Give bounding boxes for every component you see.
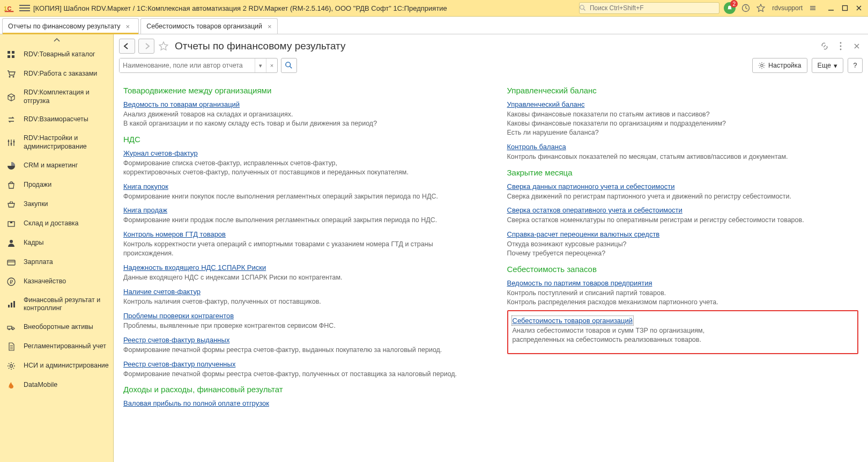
search-button[interactable] <box>281 58 297 73</box>
kebab-icon[interactable] <box>835 40 847 52</box>
sidebar-item[interactable]: Кадры <box>0 233 113 253</box>
global-search-input[interactable] <box>588 4 719 12</box>
sidebar-item[interactable]: RDV:Настройки и администрирование <box>0 129 113 156</box>
window-maximize-icon[interactable] <box>839 3 851 13</box>
report-description: Формирование списка счетов-фактур, испра… <box>123 159 475 177</box>
sidebar-item[interactable]: RDV:Работа с заказами <box>0 64 113 84</box>
username-label[interactable]: rdvsupport <box>772 4 803 12</box>
star-icon[interactable] <box>756 3 766 13</box>
notifications-icon[interactable]: 2 <box>724 2 736 14</box>
tab-cost[interactable]: Себестоимость товаров организаций × <box>140 18 278 34</box>
sidebar-item[interactable]: DataMobile <box>0 376 113 395</box>
report-link[interactable]: Себестоимость товаров организаций <box>513 317 633 325</box>
nav-forward-button[interactable] <box>138 39 154 54</box>
report-link[interactable]: Книга покупок <box>123 182 168 190</box>
report-link[interactable]: Ведомость по партиям товаров предприятия <box>507 279 652 287</box>
sidebar-item[interactable]: Зарплата <box>0 253 113 272</box>
report-link[interactable]: Контроль номеров ГТД товаров <box>123 230 226 238</box>
filter-clear-icon[interactable]: × <box>266 58 277 72</box>
report-description: Анализ движений товаров на складах и орг… <box>123 110 475 128</box>
sidebar-item[interactable]: RDV:Комплектация и отгрузка <box>0 84 113 110</box>
report-description: Формирование книги покупок после выполне… <box>123 192 475 201</box>
sidebar-item[interactable]: Склад и доставка <box>0 214 113 233</box>
sidebar-item[interactable]: RDV:Товарный каталог <box>0 45 113 64</box>
report-link[interactable]: Сверка остатков оперативного учета и себ… <box>507 206 682 214</box>
sidebar-item-label: RDV:Взаиморасчеты <box>24 115 88 124</box>
svg-point-35 <box>761 64 763 67</box>
more-label: Еще <box>818 62 831 69</box>
cart-icon <box>6 69 16 79</box>
panel-close-icon[interactable] <box>851 40 863 52</box>
sidebar-collapse-icon[interactable] <box>0 34 113 45</box>
report-link[interactable]: Сверка данных партионного учета и себест… <box>507 182 675 190</box>
doc-icon <box>6 342 16 351</box>
report-link[interactable]: Журнал счетов-фактур <box>123 149 198 157</box>
svg-rect-7 <box>8 51 10 54</box>
content-scroll[interactable]: Товародвижение между организациямиВедомо… <box>114 77 868 462</box>
tab-reports[interactable]: Отчеты по финансовому результату × <box>2 18 139 34</box>
sidebar-item[interactable]: RDV:Взаиморасчеты <box>0 110 113 129</box>
help-button[interactable]: ? <box>848 58 863 73</box>
link-icon[interactable] <box>819 40 830 52</box>
report-link[interactable]: Управленческий баланс <box>507 100 585 108</box>
group-heading: Товародвижение между организациями <box>123 86 475 95</box>
global-search[interactable] <box>579 2 719 14</box>
report-link[interactable]: Проблемы проверки контрагентов <box>123 312 234 320</box>
history-icon[interactable] <box>741 3 751 13</box>
group-heading: Себестоимость запасов <box>507 265 859 274</box>
report-description: Формирование книги продаж после выполнен… <box>123 216 475 225</box>
sidebar-item-label: Казначейство <box>24 277 66 286</box>
group-heading: Доходы и расходы, финансовый результат <box>123 385 475 394</box>
report-link[interactable]: Ведомость по товарам организаций <box>123 100 240 108</box>
report-link[interactable]: Контроль баланса <box>507 143 566 151</box>
menu-icon[interactable] <box>19 3 30 13</box>
sidebar-item[interactable]: Продажи <box>0 175 113 195</box>
sidebar-item[interactable]: Регламентированный учет <box>0 337 113 356</box>
sidebar-item-label: Кадры <box>24 239 43 247</box>
window-minimize-icon[interactable] <box>825 3 837 13</box>
group-heading: Управленческий баланс <box>507 86 859 95</box>
sidebar-item[interactable]: НСИ и администрирование <box>0 356 113 376</box>
sidebar-item[interactable]: Закупки <box>0 195 113 214</box>
sidebar-item[interactable]: Внеоборотные активы <box>0 318 113 337</box>
sidebar-item[interactable]: Финансовый результат и контроллинг <box>0 291 113 318</box>
box-icon <box>6 92 16 102</box>
svg-line-34 <box>290 67 292 69</box>
report-link[interactable]: Надежность входящего НДС 1СПАРК Риски <box>123 263 266 272</box>
window-close-icon[interactable] <box>853 3 865 13</box>
svg-rect-23 <box>8 305 10 307</box>
tab-close-icon[interactable]: × <box>126 23 130 31</box>
tab-close-icon[interactable]: × <box>268 23 272 31</box>
user-menu-icon[interactable] <box>808 3 818 13</box>
filter-dropdown-icon[interactable]: ▾ <box>255 58 266 72</box>
bag-icon <box>6 180 16 190</box>
report-link[interactable]: Справка-расчет переоценки валютных средс… <box>507 230 660 238</box>
report-link[interactable]: Наличие счетов-фактур <box>123 288 201 296</box>
report-link[interactable]: Реестр счетов-фактур полученных <box>123 360 235 368</box>
gear-icon <box>758 62 766 69</box>
svg-point-18 <box>10 240 13 243</box>
svg-point-32 <box>840 49 842 50</box>
favorite-icon[interactable] <box>158 40 169 52</box>
report-link[interactable]: Валовая прибыль по полной оплате отгрузо… <box>123 399 269 407</box>
report-description: Контроль финансовых показателей по месяц… <box>507 152 859 162</box>
search-icon <box>580 5 588 11</box>
filter-field[interactable]: ▾ × <box>119 58 278 73</box>
basket-icon <box>6 200 16 209</box>
report-link[interactable]: Книга продаж <box>123 206 167 214</box>
svg-rect-26 <box>8 326 12 329</box>
sidebar-item[interactable]: CRM и маркетинг <box>0 156 113 175</box>
more-button[interactable]: Еще ▾ <box>812 58 843 73</box>
filter-input[interactable] <box>120 58 255 72</box>
settings-button[interactable]: Настройка <box>752 58 807 73</box>
sidebar-item-label: DataMobile <box>24 381 57 390</box>
nav-back-button[interactable] <box>119 39 135 54</box>
sidebar-item[interactable]: ₽Казначейство <box>0 272 113 291</box>
sidebar-item-label: RDV:Настройки и администрирование <box>24 134 109 151</box>
report-link[interactable]: Реестр счетов-фактур выданных <box>123 336 229 344</box>
sidebar-item-label: Внеоборотные активы <box>24 323 93 332</box>
svg-point-11 <box>9 76 11 78</box>
svg-rect-10 <box>12 55 14 58</box>
main-area: Отчеты по финансовому результату ▾ × Нас… <box>114 34 868 462</box>
toolbar: ▾ × Настройка Еще ▾ ? <box>114 56 868 77</box>
